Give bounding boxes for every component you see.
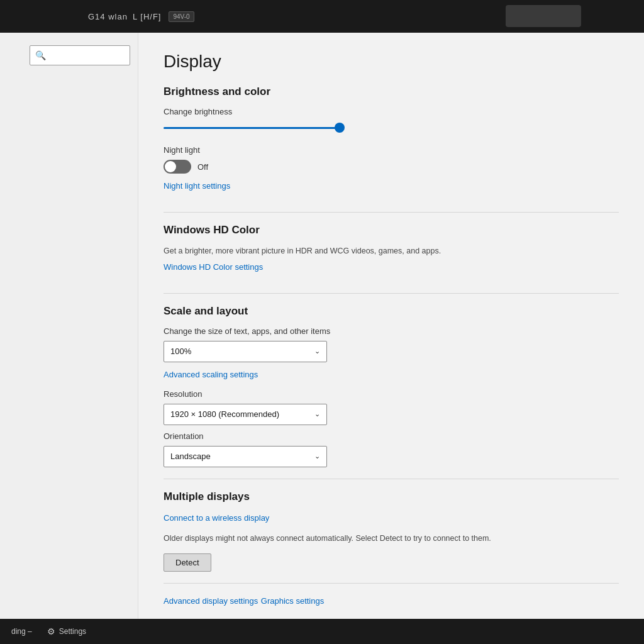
separator-3	[164, 479, 619, 479]
resolution-label: Resolution	[164, 389, 619, 399]
night-light-settings-link[interactable]: Night light settings	[164, 181, 230, 191]
top-right-hardware	[506, 5, 581, 27]
orientation-label: Orientation	[164, 431, 619, 441]
brightness-slider-thumb[interactable]	[335, 123, 345, 133]
taskbar-item-ding[interactable]: ding –	[5, 625, 38, 638]
separator-1	[164, 212, 619, 213]
hd-color-description: Get a brighter, more vibrant picture in …	[164, 245, 619, 257]
resolution-dropdown-value: 1920 × 1080 (Recommended)	[170, 409, 279, 419]
orientation-dropdown-arrow: ⌄	[314, 452, 320, 460]
night-light-status: Off	[197, 162, 208, 172]
resolution-dropdown-arrow: ⌄	[314, 410, 320, 418]
search-icon: 🔍	[35, 50, 46, 60]
night-light-row: Off	[164, 160, 619, 174]
night-light-section: Night light Off Night light settings	[164, 145, 619, 201]
search-box[interactable]: 🔍	[30, 45, 130, 65]
brightness-label: Change brightness	[164, 107, 619, 116]
scale-dropdown[interactable]: 100% ⌄	[164, 341, 327, 362]
graphics-settings-link[interactable]: Graphics settings	[261, 596, 324, 606]
taskbar-ding-label: ding –	[11, 627, 32, 636]
brightness-slider-track[interactable]	[164, 127, 340, 129]
mode-label: L [H/F]	[133, 12, 162, 21]
content-panel: Display Brightness and color Change brig…	[138, 33, 644, 619]
separator-4	[164, 583, 619, 584]
multiple-displays-description: Older displays might not always connect …	[164, 533, 619, 545]
hd-color-title: Windows HD Color	[164, 224, 619, 236]
page-title: Display	[164, 52, 619, 72]
taskbar: ding – ⚙ Settings	[0, 619, 644, 644]
connect-wireless-link[interactable]: Connect to a wireless display	[164, 513, 269, 523]
sidebar: 🔍	[0, 33, 138, 619]
scale-dropdown-value: 100%	[170, 347, 191, 356]
taskbar-item-settings[interactable]: ⚙ Settings	[41, 624, 92, 639]
detect-button[interactable]: Detect	[164, 553, 211, 572]
separator-2	[164, 293, 619, 294]
main-area: 🔍 Display Brightness and color Change br…	[0, 33, 644, 619]
network-label: G14 wlan	[88, 12, 128, 21]
multiple-displays-title: Multiple displays	[164, 491, 619, 503]
night-light-label: Night light	[164, 145, 619, 155]
orientation-dropdown[interactable]: Landscape ⌄	[164, 446, 327, 467]
night-light-toggle[interactable]	[164, 160, 191, 174]
laptop-top-bar: G14 wlan L [H/F] 94V-0	[0, 0, 644, 33]
taskbar-settings-label: Settings	[59, 627, 86, 636]
advanced-display-settings-link[interactable]: Advanced display settings	[164, 596, 258, 606]
badge-label: 94V-0	[169, 11, 194, 22]
brightness-slider-container[interactable]	[164, 121, 340, 134]
scale-layout-title: Scale and layout	[164, 305, 619, 318]
resolution-dropdown[interactable]: 1920 × 1080 (Recommended) ⌄	[164, 404, 327, 425]
advanced-scaling-link[interactable]: Advanced scaling settings	[164, 370, 258, 379]
orientation-dropdown-value: Landscape	[170, 452, 211, 461]
toggle-knob	[165, 161, 176, 172]
brightness-color-title: Brightness and color	[164, 86, 619, 98]
hd-color-settings-link[interactable]: Windows HD Color settings	[164, 262, 263, 272]
scale-label: Change the size of text, apps, and other…	[164, 326, 619, 336]
gear-icon: ⚙	[47, 626, 55, 636]
brightness-section: Change brightness	[164, 107, 619, 134]
scale-dropdown-arrow: ⌄	[314, 347, 320, 355]
